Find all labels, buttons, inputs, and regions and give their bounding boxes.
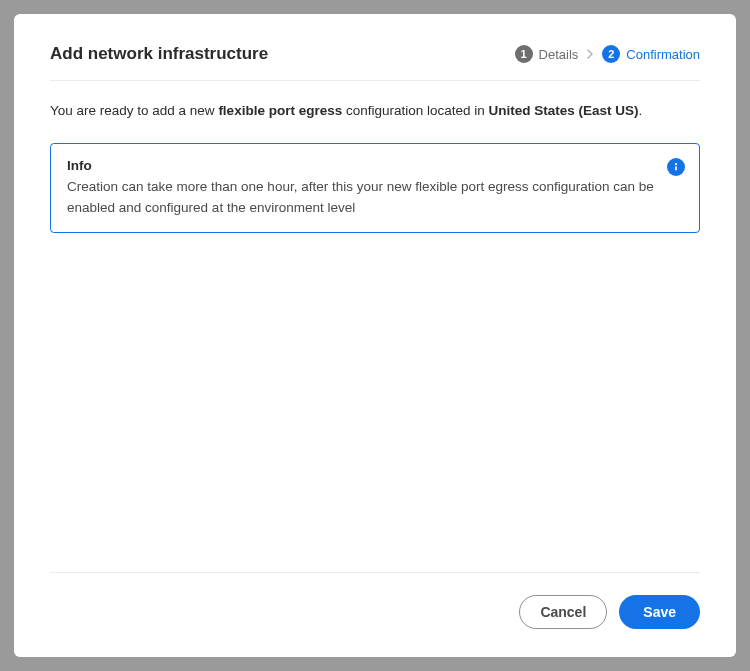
svg-rect-1 <box>675 166 677 170</box>
modal-dialog: Add network infrastructure 1 Details 2 C… <box>14 14 736 657</box>
info-icon <box>667 158 685 176</box>
info-title: Info <box>67 158 683 173</box>
summary-prefix: You are ready to add a new <box>50 103 218 118</box>
step-number-2: 2 <box>602 45 620 63</box>
save-button[interactable]: Save <box>619 595 700 629</box>
svg-point-0 <box>675 163 677 165</box>
stepper: 1 Details 2 Confirmation <box>515 45 700 63</box>
summary-middle: configuration located in <box>342 103 488 118</box>
modal-content: You are ready to add a new flexible port… <box>50 81 700 572</box>
step-details[interactable]: 1 Details <box>515 45 579 63</box>
modal-footer: Cancel Save <box>50 572 700 629</box>
step-label-confirmation: Confirmation <box>626 47 700 62</box>
info-box: Info Creation can take more than one hou… <box>50 143 700 233</box>
step-confirmation[interactable]: 2 Confirmation <box>602 45 700 63</box>
summary-type: flexible port egress <box>218 103 342 118</box>
chevron-right-icon <box>586 49 594 59</box>
info-body: Creation can take more than one hour, af… <box>67 177 683 218</box>
modal-header: Add network infrastructure 1 Details 2 C… <box>50 44 700 81</box>
summary-region: United States (East US) <box>489 103 639 118</box>
cancel-button[interactable]: Cancel <box>519 595 607 629</box>
modal-title: Add network infrastructure <box>50 44 268 64</box>
step-label-details: Details <box>539 47 579 62</box>
summary-text: You are ready to add a new flexible port… <box>50 101 700 121</box>
summary-suffix: . <box>639 103 643 118</box>
step-number-1: 1 <box>515 45 533 63</box>
